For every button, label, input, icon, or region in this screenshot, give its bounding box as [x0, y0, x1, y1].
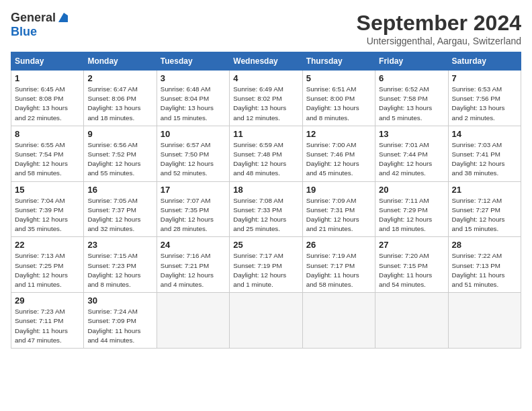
day-cell: 29Sunrise: 7:23 AM Sunset: 7:11 PM Dayli… — [11, 293, 84, 349]
day-number: 27 — [379, 240, 444, 250]
day-number: 3 — [161, 73, 226, 83]
day-number: 9 — [87, 129, 152, 139]
day-detail: Sunrise: 7:15 AM Sunset: 7:23 PM Dayligh… — [87, 251, 152, 289]
header-thursday: Thursday — [302, 52, 375, 71]
day-cell: 15Sunrise: 7:04 AM Sunset: 7:39 PM Dayli… — [11, 181, 84, 237]
day-cell: 9Sunrise: 6:56 AM Sunset: 7:52 PM Daylig… — [84, 126, 157, 181]
day-detail: Sunrise: 7:24 AM Sunset: 7:09 PM Dayligh… — [87, 307, 152, 345]
day-detail: Sunrise: 6:52 AM Sunset: 7:58 PM Dayligh… — [379, 85, 444, 123]
day-number: 29 — [15, 295, 80, 306]
day-cell: 25Sunrise: 7:17 AM Sunset: 7:19 PM Dayli… — [230, 237, 302, 293]
header-saturday: Saturday — [448, 52, 521, 71]
day-number: 28 — [452, 240, 517, 250]
day-detail: Sunrise: 6:48 AM Sunset: 8:04 PM Dayligh… — [161, 85, 226, 123]
header-monday: Monday — [84, 52, 157, 71]
day-cell: 28Sunrise: 7:22 AM Sunset: 7:13 PM Dayli… — [448, 237, 521, 293]
day-number: 21 — [452, 185, 517, 195]
week-row-5: 29Sunrise: 7:23 AM Sunset: 7:11 PM Dayli… — [11, 293, 521, 349]
day-detail: Sunrise: 6:53 AM Sunset: 7:56 PM Dayligh… — [452, 85, 517, 123]
calendar-header-row: SundayMondayTuesdayWednesdayThursdayFrid… — [11, 52, 521, 71]
day-cell: 18Sunrise: 7:08 AM Sunset: 7:33 PM Dayli… — [230, 181, 302, 237]
day-detail: Sunrise: 6:49 AM Sunset: 8:02 PM Dayligh… — [233, 85, 298, 123]
day-detail: Sunrise: 6:47 AM Sunset: 8:06 PM Dayligh… — [87, 85, 152, 123]
day-cell: 22Sunrise: 7:13 AM Sunset: 7:25 PM Dayli… — [11, 237, 84, 293]
day-number: 10 — [161, 129, 226, 139]
day-cell: 5Sunrise: 6:51 AM Sunset: 8:00 PM Daylig… — [302, 71, 375, 126]
day-cell: 17Sunrise: 7:07 AM Sunset: 7:35 PM Dayli… — [157, 181, 229, 237]
day-cell: 8Sunrise: 6:55 AM Sunset: 7:54 PM Daylig… — [11, 126, 84, 181]
subtitle: Untersiggenthal, Aargau, Switzerland — [357, 36, 521, 46]
day-cell: 6Sunrise: 6:52 AM Sunset: 7:58 PM Daylig… — [375, 71, 448, 126]
day-number: 8 — [15, 129, 80, 139]
day-cell — [302, 293, 375, 349]
day-number: 20 — [379, 185, 444, 195]
header-sunday: Sunday — [11, 52, 84, 71]
week-row-2: 8Sunrise: 6:55 AM Sunset: 7:54 PM Daylig… — [11, 126, 521, 181]
day-number: 13 — [379, 129, 444, 139]
day-number: 18 — [233, 185, 298, 195]
day-cell: 21Sunrise: 7:12 AM Sunset: 7:27 PM Dayli… — [448, 181, 521, 237]
day-detail: Sunrise: 7:23 AM Sunset: 7:11 PM Dayligh… — [15, 307, 80, 345]
day-detail: Sunrise: 7:00 AM Sunset: 7:46 PM Dayligh… — [306, 140, 371, 179]
week-row-1: 1Sunrise: 6:45 AM Sunset: 8:08 PM Daylig… — [11, 71, 521, 126]
header-wednesday: Wednesday — [230, 52, 302, 71]
day-detail: Sunrise: 7:20 AM Sunset: 7:15 PM Dayligh… — [379, 251, 444, 289]
day-detail: Sunrise: 7:16 AM Sunset: 7:21 PM Dayligh… — [161, 251, 226, 289]
header-friday: Friday — [375, 52, 448, 71]
day-number: 24 — [161, 240, 226, 250]
day-cell: 23Sunrise: 7:15 AM Sunset: 7:23 PM Dayli… — [84, 237, 157, 293]
day-number: 14 — [452, 129, 517, 139]
day-number: 7 — [452, 73, 517, 83]
day-cell: 1Sunrise: 6:45 AM Sunset: 8:08 PM Daylig… — [11, 71, 84, 126]
day-cell — [375, 293, 448, 349]
day-detail: Sunrise: 6:55 AM Sunset: 7:54 PM Dayligh… — [15, 140, 80, 179]
day-cell: 13Sunrise: 7:01 AM Sunset: 7:44 PM Dayli… — [375, 126, 448, 181]
logo-icon — [57, 11, 69, 24]
day-detail: Sunrise: 7:13 AM Sunset: 7:25 PM Dayligh… — [15, 251, 80, 289]
day-detail: Sunrise: 7:05 AM Sunset: 7:37 PM Dayligh… — [87, 196, 152, 234]
day-cell — [157, 293, 229, 349]
day-detail: Sunrise: 7:17 AM Sunset: 7:19 PM Dayligh… — [233, 251, 298, 289]
day-number: 5 — [306, 73, 371, 83]
week-row-4: 22Sunrise: 7:13 AM Sunset: 7:25 PM Dayli… — [11, 237, 521, 293]
day-detail: Sunrise: 7:03 AM Sunset: 7:41 PM Dayligh… — [452, 140, 517, 179]
header-tuesday: Tuesday — [157, 52, 229, 71]
day-cell: 16Sunrise: 7:05 AM Sunset: 7:37 PM Dayli… — [84, 181, 157, 237]
week-row-3: 15Sunrise: 7:04 AM Sunset: 7:39 PM Dayli… — [11, 181, 521, 237]
day-detail: Sunrise: 7:09 AM Sunset: 7:31 PM Dayligh… — [306, 196, 371, 234]
day-number: 16 — [87, 185, 152, 195]
day-cell: 2Sunrise: 6:47 AM Sunset: 8:06 PM Daylig… — [84, 71, 157, 126]
day-cell: 20Sunrise: 7:11 AM Sunset: 7:29 PM Dayli… — [375, 181, 448, 237]
day-cell: 24Sunrise: 7:16 AM Sunset: 7:21 PM Dayli… — [157, 237, 229, 293]
day-cell: 4Sunrise: 6:49 AM Sunset: 8:02 PM Daylig… — [230, 71, 302, 126]
day-cell: 11Sunrise: 6:59 AM Sunset: 7:48 PM Dayli… — [230, 126, 302, 181]
day-number: 22 — [15, 240, 80, 250]
day-number: 30 — [87, 295, 152, 306]
day-number: 26 — [306, 240, 371, 250]
day-number: 17 — [161, 185, 226, 195]
day-cell: 26Sunrise: 7:19 AM Sunset: 7:17 PM Dayli… — [302, 237, 375, 293]
day-detail: Sunrise: 6:57 AM Sunset: 7:50 PM Dayligh… — [161, 140, 226, 179]
day-detail: Sunrise: 7:08 AM Sunset: 7:33 PM Dayligh… — [233, 196, 298, 234]
svg-marker-0 — [58, 13, 68, 22]
day-detail: Sunrise: 7:22 AM Sunset: 7:13 PM Dayligh… — [452, 251, 517, 289]
day-number: 4 — [233, 73, 298, 83]
day-detail: Sunrise: 7:01 AM Sunset: 7:44 PM Dayligh… — [379, 140, 444, 179]
day-cell: 10Sunrise: 6:57 AM Sunset: 7:50 PM Dayli… — [157, 126, 229, 181]
day-detail: Sunrise: 7:11 AM Sunset: 7:29 PM Dayligh… — [379, 196, 444, 234]
day-cell: 27Sunrise: 7:20 AM Sunset: 7:15 PM Dayli… — [375, 237, 448, 293]
day-detail: Sunrise: 6:59 AM Sunset: 7:48 PM Dayligh… — [233, 140, 298, 179]
calendar-table: SundayMondayTuesdayWednesdayThursdayFrid… — [11, 52, 521, 349]
day-detail: Sunrise: 6:56 AM Sunset: 7:52 PM Dayligh… — [87, 140, 152, 179]
main-title: September 2024 — [357, 11, 521, 36]
day-detail: Sunrise: 6:45 AM Sunset: 8:08 PM Dayligh… — [15, 85, 80, 123]
day-number: 11 — [233, 129, 298, 139]
logo-blue-text: Blue — [11, 25, 37, 39]
logo: General Blue — [11, 11, 69, 39]
day-number: 23 — [87, 240, 152, 250]
day-cell — [448, 293, 521, 349]
day-cell: 19Sunrise: 7:09 AM Sunset: 7:31 PM Dayli… — [302, 181, 375, 237]
day-cell — [230, 293, 302, 349]
day-detail: Sunrise: 7:07 AM Sunset: 7:35 PM Dayligh… — [161, 196, 226, 234]
day-number: 15 — [15, 185, 80, 195]
